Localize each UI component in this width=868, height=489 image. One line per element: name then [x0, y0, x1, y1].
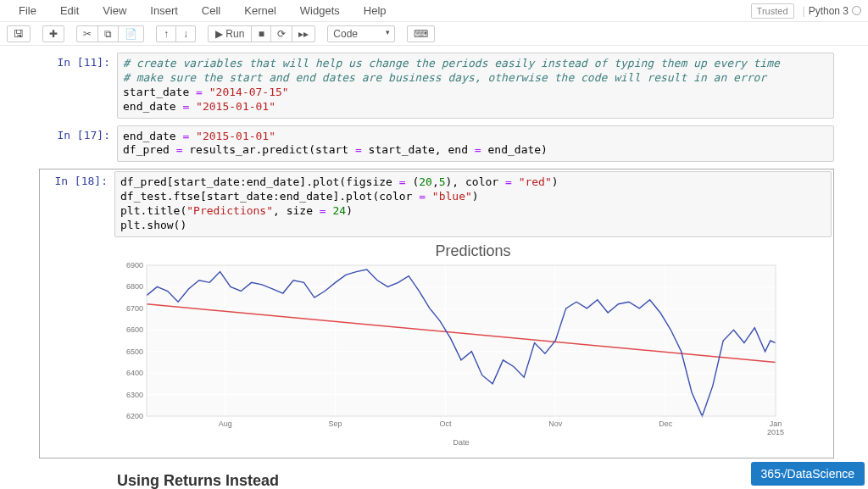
svg-text:6800: 6800	[126, 282, 143, 291]
restart-run-all-button[interactable]: ▸▸	[292, 25, 315, 42]
code-input-17[interactable]: end_date = "2015-01-01" df_pred = result…	[117, 125, 834, 163]
heading-returns: Using Returns Instead	[117, 465, 834, 489]
menubar-left: File Edit View Insert Cell Kernel Widget…	[7, 1, 398, 20]
move-up-button[interactable]: ↑	[156, 25, 176, 42]
paste-icon: 📄	[125, 29, 137, 39]
prompt-18: In [18]:	[40, 171, 114, 453]
stop-button[interactable]: ■	[251, 25, 271, 42]
svg-text:Sep: Sep	[329, 420, 342, 428]
notebook-area[interactable]: In [11]: # create variables that will he…	[0, 46, 868, 489]
prompt-11: In [11]:	[42, 53, 117, 119]
arrow-down-icon: ↓	[183, 29, 188, 39]
svg-rect-0	[147, 265, 776, 416]
svg-text:6300: 6300	[126, 390, 143, 398]
chart-title: Predictions	[114, 242, 832, 260]
menu-edit[interactable]: Edit	[48, 1, 91, 20]
scissors-icon: ✂	[83, 29, 92, 39]
kernel-info[interactable]: | Python 3	[803, 5, 862, 17]
move-down-button[interactable]: ↓	[175, 25, 196, 42]
menu-file[interactable]: File	[7, 1, 48, 20]
run-button[interactable]: ▶ Run	[208, 25, 252, 42]
fast-forward-icon: ▸▸	[298, 29, 309, 39]
svg-text:6200: 6200	[126, 412, 143, 420]
restart-button[interactable]: ⟳	[270, 25, 292, 42]
menubar-right: Trusted | Python 3	[751, 3, 861, 19]
plus-icon: ✚	[49, 29, 58, 39]
svg-text:Dec: Dec	[659, 420, 673, 428]
code-cell-11[interactable]: In [11]: # create variables that will he…	[42, 53, 834, 119]
toolbar: 🖫 ✚ ✂ ⧉ 📄 ↑ ↓ ▶ Run ■ ⟳ ▸▸ Code ⌨	[0, 22, 868, 46]
kernel-name: Python 3	[809, 5, 849, 17]
code-cell-18[interactable]: In [18]: df_pred[start_date:end_date].pl…	[39, 169, 834, 458]
svg-text:Jan: Jan	[770, 420, 782, 428]
svg-text:6900: 6900	[126, 261, 143, 270]
chart-svg: 62006300640065006600670068006900AugSepOc…	[114, 260, 784, 447]
svg-text:Date: Date	[453, 438, 469, 447]
svg-text:Oct: Oct	[439, 420, 452, 428]
kernel-status-icon	[852, 6, 861, 15]
menu-cell[interactable]: Cell	[190, 1, 232, 20]
menu-kernel[interactable]: Kernel	[232, 1, 288, 20]
svg-text:2015: 2015	[767, 428, 784, 436]
menu-insert[interactable]: Insert	[138, 1, 190, 20]
add-cell-button[interactable]: ✚	[42, 25, 64, 42]
menubar: File Edit View Insert Cell Kernel Widget…	[0, 0, 868, 22]
svg-text:Aug: Aug	[219, 420, 232, 428]
paste-button[interactable]: 📄	[118, 25, 144, 42]
code-cell-17[interactable]: In [17]: end_date = "2015-01-01" df_pred…	[42, 125, 834, 163]
prompt-17: In [17]:	[42, 125, 117, 163]
svg-text:6500: 6500	[126, 347, 143, 356]
command-palette-button[interactable]: ⌨	[407, 25, 435, 42]
menu-view[interactable]: View	[91, 1, 138, 20]
svg-text:Nov: Nov	[548, 420, 563, 428]
code-input-18[interactable]: df_pred[start_date:end_date].plot(figsiz…	[114, 171, 832, 237]
copy-button[interactable]: ⧉	[97, 25, 119, 42]
copy-icon: ⧉	[104, 29, 112, 39]
output-chart: Predictions 6200630064006500660067006800…	[114, 239, 832, 453]
stop-icon: ■	[259, 29, 264, 39]
save-button[interactable]: 🖫	[7, 25, 31, 42]
restart-icon: ⟳	[277, 29, 286, 39]
markdown-cell-returns[interactable]: Using Returns Instead	[42, 465, 834, 489]
cell-type-select[interactable]: Code	[327, 25, 395, 42]
keyboard-icon: ⌨	[414, 29, 428, 39]
menu-widgets[interactable]: Widgets	[288, 1, 352, 20]
menu-help[interactable]: Help	[352, 1, 398, 20]
svg-text:6400: 6400	[126, 369, 143, 377]
arrow-up-icon: ↑	[164, 29, 169, 39]
svg-text:6600: 6600	[126, 325, 143, 334]
code-input-11[interactable]: # create variables that will help us cha…	[117, 53, 834, 119]
svg-text:6700: 6700	[126, 304, 143, 313]
brand-badge: 365√DataScience	[751, 462, 865, 486]
cut-button[interactable]: ✂	[76, 25, 98, 42]
trusted-indicator[interactable]: Trusted	[751, 3, 794, 19]
save-icon: 🖫	[14, 29, 24, 39]
